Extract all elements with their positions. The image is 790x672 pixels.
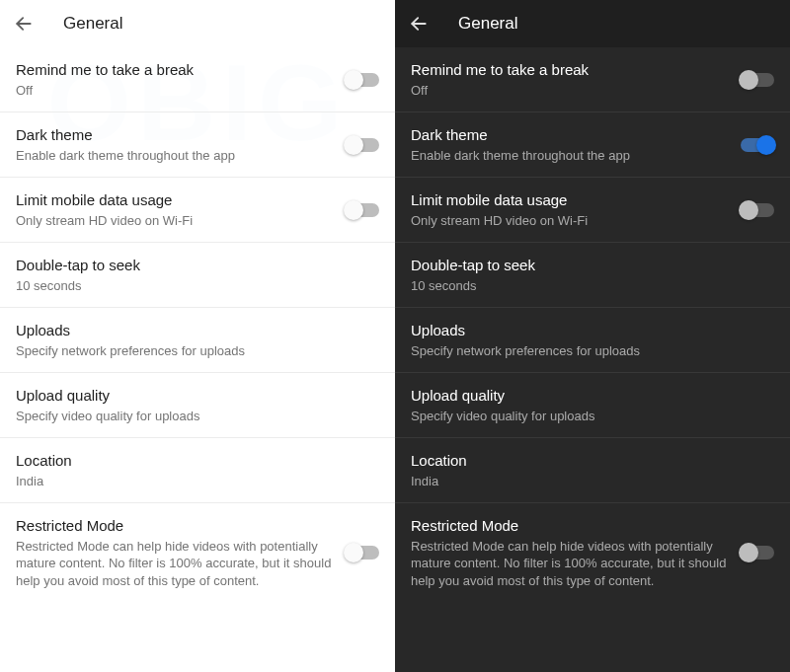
setting-title: Location: [16, 451, 367, 471]
setting-subtitle: 10 seconds: [411, 277, 762, 295]
setting-subtitle: Only stream HD video on Wi-Fi: [16, 212, 334, 230]
settings-pane-dark: General Remind me to take a break Off Da…: [395, 0, 790, 672]
toggle-restricted-mode[interactable]: [741, 546, 774, 560]
app-bar: General: [395, 0, 790, 47]
setting-double-tap[interactable]: Double-tap to seek 10 seconds: [0, 242, 395, 307]
setting-limit-data[interactable]: Limit mobile data usage Only stream HD v…: [0, 177, 395, 242]
page-title: General: [63, 14, 122, 34]
setting-title: Uploads: [16, 321, 367, 340]
setting-limit-data[interactable]: Limit mobile data usage Only stream HD v…: [395, 177, 790, 242]
setting-subtitle: Restricted Mode can help hide videos wit…: [411, 538, 729, 590]
setting-title: Limit mobile data usage: [16, 190, 334, 210]
setting-title: Double-tap to seek: [411, 256, 762, 275]
setting-restricted-mode[interactable]: Restricted Mode Restricted Mode can help…: [395, 502, 790, 602]
toggle-restricted-mode[interactable]: [346, 546, 379, 560]
settings-pane-light: OBIG General Remind me to take a break O…: [0, 0, 395, 672]
toggle-dark-theme[interactable]: [741, 138, 774, 152]
setting-title: Dark theme: [16, 125, 334, 145]
toggle-dark-theme[interactable]: [346, 138, 379, 152]
setting-subtitle: Specify network preferences for uploads: [411, 342, 762, 360]
setting-subtitle: 10 seconds: [16, 277, 367, 295]
setting-title: Upload quality: [411, 386, 762, 406]
setting-subtitle: Specify video quality for uploads: [411, 408, 762, 425]
setting-title: Remind me to take a break: [16, 60, 334, 80]
setting-subtitle: Restricted Mode can help hide videos wit…: [16, 538, 334, 590]
setting-title: Restricted Mode: [411, 516, 729, 536]
setting-title: Remind me to take a break: [411, 60, 729, 80]
setting-title: Location: [411, 451, 762, 471]
setting-location[interactable]: Location India: [395, 437, 790, 502]
setting-dark-theme[interactable]: Dark theme Enable dark theme throughout …: [0, 112, 395, 177]
setting-title: Uploads: [411, 321, 762, 340]
setting-remind-break[interactable]: Remind me to take a break Off: [395, 47, 790, 112]
setting-subtitle: India: [16, 473, 367, 490]
setting-subtitle: India: [411, 473, 762, 490]
setting-dark-theme[interactable]: Dark theme Enable dark theme throughout …: [395, 112, 790, 177]
setting-location[interactable]: Location India: [0, 437, 395, 502]
app-bar: General: [0, 0, 395, 47]
setting-subtitle: Enable dark theme throughout the app: [411, 147, 729, 165]
setting-title: Upload quality: [16, 386, 367, 406]
settings-list: Remind me to take a break Off Dark theme…: [0, 47, 395, 672]
setting-subtitle: Enable dark theme throughout the app: [16, 147, 334, 165]
setting-subtitle: Specify video quality for uploads: [16, 408, 367, 425]
back-arrow-icon[interactable]: [407, 12, 431, 36]
setting-title: Dark theme: [411, 125, 729, 145]
setting-uploads[interactable]: Uploads Specify network preferences for …: [0, 307, 395, 372]
setting-subtitle: Specify network preferences for uploads: [16, 342, 367, 360]
back-arrow-icon[interactable]: [12, 12, 36, 36]
setting-title: Restricted Mode: [16, 516, 334, 536]
setting-double-tap[interactable]: Double-tap to seek 10 seconds: [395, 242, 790, 307]
setting-subtitle: Off: [16, 82, 334, 100]
settings-list: Remind me to take a break Off Dark theme…: [395, 47, 790, 672]
setting-remind-break[interactable]: Remind me to take a break Off: [0, 47, 395, 112]
setting-subtitle: Off: [411, 82, 729, 100]
setting-uploads[interactable]: Uploads Specify network preferences for …: [395, 307, 790, 372]
setting-upload-quality[interactable]: Upload quality Specify video quality for…: [0, 372, 395, 437]
toggle-limit-data[interactable]: [346, 203, 379, 217]
toggle-limit-data[interactable]: [741, 203, 774, 217]
setting-restricted-mode[interactable]: Restricted Mode Restricted Mode can help…: [0, 502, 395, 602]
setting-upload-quality[interactable]: Upload quality Specify video quality for…: [395, 372, 790, 437]
setting-subtitle: Only stream HD video on Wi-Fi: [411, 212, 729, 230]
toggle-remind-break[interactable]: [741, 73, 774, 87]
setting-title: Limit mobile data usage: [411, 190, 729, 210]
setting-title: Double-tap to seek: [16, 256, 367, 275]
toggle-remind-break[interactable]: [346, 73, 379, 87]
page-title: General: [458, 14, 517, 34]
